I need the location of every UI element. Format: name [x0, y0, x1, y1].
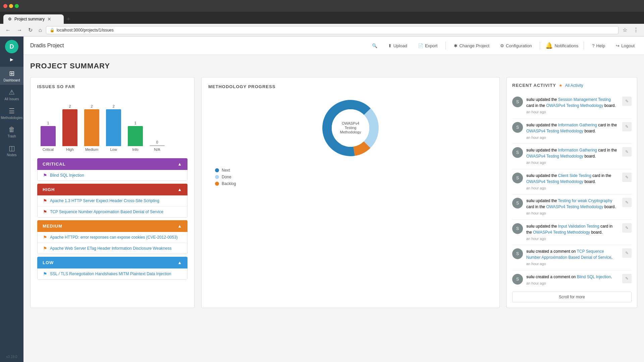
low-header[interactable]: LOW ▲	[37, 257, 187, 268]
avatar-7: S	[512, 248, 523, 259]
activity-board-link-3[interactable]: OWASPv4 Testing Methodology	[526, 154, 583, 159]
change-project-label: Change Project	[459, 43, 489, 48]
critical-header[interactable]: CRITICAL ▲	[37, 158, 187, 170]
activity-edit-5[interactable]: ✎	[622, 198, 632, 207]
avatar-6: S	[512, 223, 523, 234]
activity-text-3: sulu updated the Information Gathering c…	[526, 147, 619, 166]
activity-board-link-4[interactable]: OWASPv4 Testing Methodology	[526, 179, 583, 184]
medium-header[interactable]: MEDIUM ▲	[37, 220, 187, 232]
bar-critical-fill	[41, 126, 56, 146]
bar-info-count: 1	[134, 121, 136, 125]
dashboard-icon: ⊞	[9, 69, 15, 77]
activity-card-link-1[interactable]: Session Management Testing	[558, 97, 611, 102]
app-logo[interactable]: D	[5, 40, 18, 53]
methodology-card: METHODOLOGY PROGRESS	[201, 77, 500, 308]
activity-user-3: sulu	[526, 148, 535, 153]
bar-high-label: High	[66, 147, 74, 152]
activity-card-link-4[interactable]: Client Side Testing	[558, 173, 591, 178]
url-bar[interactable]: 🔒 localhost:3000/projects/1/issues	[46, 26, 619, 34]
high-body: ⚑ Apache 1.3 HTTP Server Expect Header C…	[37, 195, 187, 218]
activity-edit-1[interactable]: ✎	[622, 97, 632, 106]
activity-user-8: sulu	[526, 275, 535, 279]
logout-button[interactable]: ↪ Logout	[613, 42, 637, 50]
activity-edit-8[interactable]: ✎	[622, 274, 632, 283]
activity-edit-3[interactable]: ✎	[622, 147, 632, 157]
medium-section: MEDIUM ▲ ⚑ Apache HTTPD: error responses…	[37, 220, 187, 254]
activity-card-link-3[interactable]: Information Gathering	[558, 148, 597, 153]
menu-button[interactable]: ⋮	[631, 26, 641, 34]
activity-card-link-7[interactable]: TCP Sequence Number Approximation Based …	[526, 249, 611, 260]
help-icon: ?	[592, 43, 594, 48]
notifications-button[interactable]: 🔔 Notifications	[545, 42, 578, 49]
issue-tcp-dos[interactable]: ⚑ TCP Sequence Number Approximation Base…	[38, 206, 187, 217]
active-tab[interactable]: ⚙ Project summary ✕	[3, 14, 64, 24]
chart-bars-area: 1 Critical 2 High 2	[37, 98, 187, 152]
sidebar-item-methodologies[interactable]: ☰ Methodologies	[0, 104, 23, 122]
logout-icon: ↪	[616, 43, 620, 48]
activity-time-1: an hour ago	[526, 109, 619, 115]
issue-icon-3: ⚑	[43, 209, 47, 215]
issue-title-4: Apache HTTPD: error responses can expose…	[50, 235, 178, 240]
issue-apache-xss[interactable]: ⚑ Apache 1.3 HTTP Server Expect Header C…	[38, 195, 187, 206]
activity-card-link-2[interactable]: Information Gathering	[558, 123, 597, 127]
refresh-button[interactable]: ↻	[26, 26, 35, 34]
sidebar-item-all-issues[interactable]: ⚠ All Issues	[0, 85, 23, 104]
activity-header: RECENT ACTIVITY ★ All Activity	[512, 83, 632, 88]
browser-chrome: ⚙ Project summary ✕ + ← → ↻ ⌂ 🔒 localhos…	[0, 0, 644, 37]
search-button[interactable]: 🔍	[369, 42, 380, 50]
bar-na-count: 0	[156, 140, 158, 144]
activity-time-3: an hour ago	[526, 160, 619, 166]
issue-ssl-tls[interactable]: ⚑ SSL / TLS Renegotiation Handshakes MIT…	[38, 268, 187, 279]
svg-text:Testing: Testing	[345, 126, 357, 130]
issue-etag[interactable]: ⚑ Apache Web Server ETag Header Informat…	[38, 243, 187, 254]
sidebar-item-trash[interactable]: 🗑 Trash	[0, 123, 23, 141]
bar-chart: 1 Critical 2 High 2	[37, 95, 187, 152]
issue-httpd-cookies[interactable]: ⚑ Apache HTTPD: error responses can expo…	[38, 232, 187, 243]
bookmarks-button[interactable]: ☆	[621, 26, 629, 34]
activity-card-link-6[interactable]: Input Validation Testing	[558, 224, 599, 229]
export-button[interactable]: 📄 Export	[415, 42, 440, 50]
methodology-legend: Next Done Backlog	[208, 168, 493, 186]
sidebar-item-nodes[interactable]: ◫ Nodes	[0, 141, 23, 160]
forward-button[interactable]: →	[15, 26, 24, 34]
navigation-bar: ← → ↻ ⌂ 🔒 localhost:3000/projects/1/issu…	[0, 24, 644, 37]
bar-low-count: 2	[112, 104, 114, 108]
tab-close-button[interactable]: ✕	[47, 16, 51, 22]
issue-blind-sql[interactable]: ⚑ Blind SQL Injection	[38, 170, 187, 181]
activity-text-2: sulu updated the Information Gathering c…	[526, 122, 619, 140]
issues-card-title: ISSUES SO FAR	[37, 84, 187, 89]
activity-board-link-1[interactable]: OWASPv4 Testing Methodology	[546, 103, 603, 108]
activity-item-6: S sulu updated the Input Validation Test…	[512, 220, 632, 245]
configuration-button[interactable]: ⚙ Configuration	[497, 42, 534, 50]
activity-card-link-8[interactable]: Blind SQL Injection	[577, 275, 611, 279]
main-content: PROJECT SUMMARY ISSUES SO FAR 1 Critical	[23, 55, 644, 362]
home-button[interactable]: ⌂	[37, 26, 44, 34]
bar-medium-count: 2	[91, 104, 93, 108]
activity-edit-2[interactable]: ✎	[622, 122, 632, 131]
help-button[interactable]: ? Help	[589, 42, 608, 50]
activity-board-link-5[interactable]: OWASPv4 Testing Methodology	[546, 204, 603, 209]
legend-dot-done	[215, 175, 219, 179]
activity-edit-6[interactable]: ✎	[622, 223, 632, 233]
scroll-more-button[interactable]: Scroll for more	[512, 292, 632, 302]
activity-item-2: S sulu updated the Information Gathering…	[512, 119, 632, 144]
page-title: PROJECT SUMMARY	[30, 62, 637, 70]
project-title: Dradis Project	[30, 43, 364, 49]
avatar-5: S	[512, 198, 523, 208]
activity-edit-4[interactable]: ✎	[622, 173, 632, 182]
new-tab-button[interactable]: +	[64, 14, 73, 24]
change-project-button[interactable]: ✱ Change Project	[451, 42, 492, 50]
activity-board-link-6[interactable]: OWASPv4 Testing Methodology	[533, 230, 590, 235]
high-header[interactable]: HIGH ▲	[37, 184, 187, 195]
activity-edit-7[interactable]: ✎	[622, 248, 632, 258]
donut-svg: OWASPv4 Testing Methodology	[317, 95, 384, 162]
sidebar-item-dashboard[interactable]: ⊞ Dashboard	[0, 67, 23, 85]
upload-icon: ⬆	[388, 43, 392, 48]
all-activity-link[interactable]: All Activity	[565, 83, 583, 88]
topbar-divider-3	[584, 42, 584, 50]
back-button[interactable]: ←	[3, 26, 13, 34]
activity-card-link-5[interactable]: Testing for weak Cryptography	[558, 198, 612, 203]
sidebar-toggle[interactable]: ►	[9, 57, 14, 63]
activity-board-link-2[interactable]: OWASPv4 Testing Methodology	[526, 129, 583, 133]
upload-button[interactable]: ⬆ Upload	[385, 42, 410, 50]
